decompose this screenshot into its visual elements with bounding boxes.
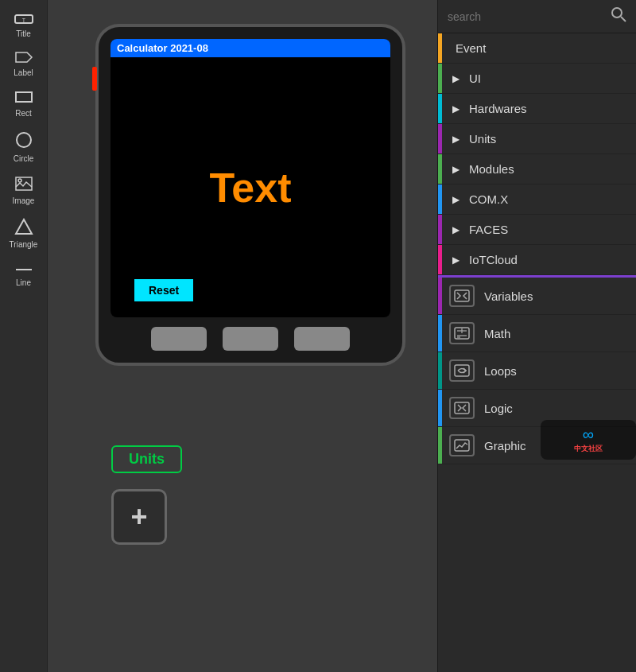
- device-btn-2[interactable]: [223, 327, 278, 351]
- circle-icon: [14, 130, 33, 152]
- menu-item-faces[interactable]: ▶ FACES: [438, 215, 636, 245]
- device-mockup: Calculator 2021-08 Text Reset: [95, 24, 405, 366]
- menu-iotcloud-label: IoTCloud: [469, 253, 518, 266]
- top-menu-list: Event ▶ UI ▶ Hardwares ▶ Units ▶ Modules: [438, 33, 636, 672]
- svg-rect-10: [455, 290, 469, 301]
- svg-point-5: [18, 179, 21, 182]
- red-indicator: [92, 67, 97, 91]
- menu-item-comx[interactable]: ▶ COM.X: [438, 185, 636, 215]
- sidebar-title-label: Title: [16, 29, 31, 38]
- units-section: Units +: [111, 445, 182, 545]
- menu-units-label: Units: [469, 132, 496, 146]
- sidebar-rect-label: Rect: [15, 109, 32, 118]
- svg-marker-6: [16, 219, 32, 234]
- sidebar-image-label: Image: [13, 196, 35, 205]
- logic-label: Logic: [484, 402, 513, 415]
- modules-arrow-icon: ▶: [452, 164, 460, 175]
- sidebar-item-line[interactable]: Line: [0, 255, 47, 293]
- screen-text: Text: [209, 164, 291, 212]
- sidebar-circle-label: Circle: [14, 154, 34, 163]
- svg-rect-16: [455, 365, 469, 376]
- menu-event-label: Event: [456, 41, 486, 55]
- svg-point-3: [17, 133, 31, 147]
- menu-item-iotcloud[interactable]: ▶ IoTCloud: [438, 245, 636, 275]
- math-label: Math: [484, 327, 510, 340]
- graphic-icon: [449, 434, 475, 456]
- faces-arrow-icon: ▶: [452, 224, 460, 235]
- sidebar-item-title[interactable]: T Title: [0, 6, 47, 45]
- add-unit-button[interactable]: +: [111, 489, 167, 545]
- watermark-logo: ∞: [583, 425, 594, 444]
- units-arrow-icon: ▶: [452, 134, 460, 145]
- sidebar-item-label[interactable]: Label: [0, 45, 47, 84]
- device-buttons: [151, 327, 350, 351]
- menu-item-loops[interactable]: Loops: [438, 352, 636, 390]
- svg-rect-18: [455, 440, 469, 451]
- screen-content: Text Reset: [111, 57, 390, 317]
- sidebar-item-image[interactable]: Image: [0, 169, 47, 212]
- rect-icon: [14, 90, 33, 107]
- menu-item-graphic[interactable]: Graphic ∞ 中文社区: [438, 427, 636, 464]
- search-input[interactable]: [448, 10, 611, 23]
- iotcloud-arrow-icon: ▶: [452, 254, 460, 266]
- screen-title-bar: Calculator 2021-08: [111, 39, 390, 57]
- sidebar-item-rect[interactable]: Rect: [0, 84, 47, 124]
- menu-item-variables[interactable]: Variables: [438, 278, 636, 315]
- loops-icon: [449, 359, 475, 382]
- menu-hardwares-label: Hardwares: [469, 102, 527, 115]
- reset-button[interactable]: Reset: [134, 279, 193, 301]
- hardwares-arrow-icon: ▶: [452, 103, 460, 115]
- watermark-text: 中文社区: [574, 444, 603, 454]
- svg-rect-2: [16, 92, 32, 102]
- watermark: ∞ 中文社区: [541, 420, 636, 460]
- menu-item-event[interactable]: Event: [438, 33, 636, 64]
- menu-ui-label: UI: [469, 72, 481, 85]
- menu-item-math[interactable]: Math: [438, 315, 636, 352]
- menu-item-modules[interactable]: ▶ Modules: [438, 154, 636, 185]
- units-label-button[interactable]: Units: [111, 445, 182, 473]
- ui-arrow-icon: ▶: [452, 73, 460, 84]
- variables-label: Variables: [484, 289, 533, 303]
- menu-faces-label: FACES: [469, 223, 508, 236]
- line-icon: [14, 262, 33, 276]
- search-bar: [438, 0, 636, 33]
- triangle-icon: [14, 218, 33, 238]
- logic-icon: [449, 397, 475, 419]
- svg-text:T: T: [21, 17, 25, 23]
- main-canvas: Calculator 2021-08 Text Reset Units +: [48, 0, 437, 672]
- image-icon: [14, 176, 33, 194]
- comx-arrow-icon: ▶: [452, 194, 460, 205]
- label-icon: [14, 51, 33, 66]
- menu-comx-label: COM.X: [469, 192, 508, 206]
- title-icon: T: [14, 13, 33, 27]
- variables-icon: [449, 285, 475, 307]
- menu-item-units[interactable]: ▶ Units: [438, 124, 636, 154]
- loops-label: Loops: [484, 364, 517, 378]
- math-icon: [449, 322, 475, 344]
- sidebar-label-label: Label: [14, 68, 33, 77]
- graphic-label: Graphic: [484, 439, 526, 453]
- menu-item-hardwares[interactable]: ▶ Hardwares: [438, 94, 636, 124]
- sidebar-item-triangle[interactable]: Triangle: [0, 212, 47, 255]
- sidebar-line-label: Line: [16, 278, 31, 287]
- menu-modules-label: Modules: [469, 162, 514, 176]
- svg-line-9: [621, 17, 626, 21]
- sidebar-triangle-label: Triangle: [10, 240, 38, 249]
- device-screen: Calculator 2021-08 Text Reset: [111, 39, 390, 317]
- svg-point-8: [612, 8, 622, 17]
- device-btn-1[interactable]: [151, 327, 207, 351]
- search-icon-button[interactable]: [611, 6, 626, 26]
- left-sidebar: T Title Label Rect Circle: [0, 0, 48, 672]
- device-btn-3[interactable]: [294, 327, 350, 351]
- right-panel: Event ▶ UI ▶ Hardwares ▶ Units ▶ Modules: [437, 0, 636, 672]
- sidebar-item-circle[interactable]: Circle: [0, 124, 47, 169]
- menu-item-ui[interactable]: ▶ UI: [438, 64, 636, 94]
